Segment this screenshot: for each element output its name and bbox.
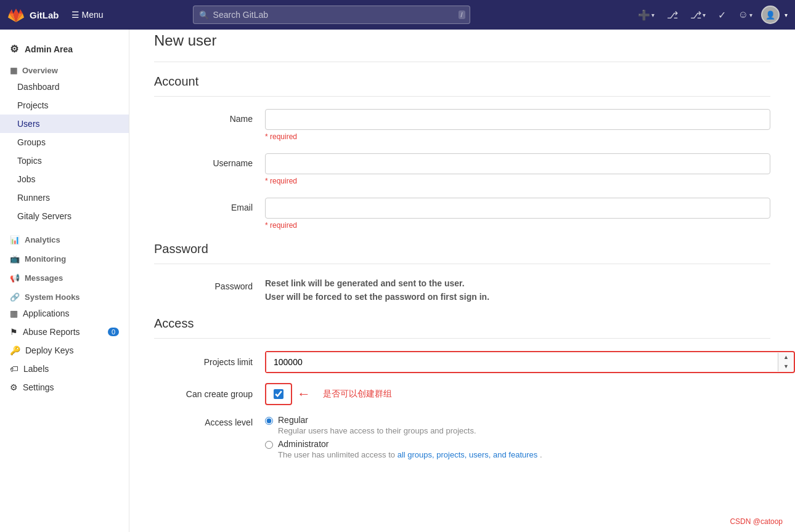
sidebar-item-topics[interactable]: Topics bbox=[0, 151, 129, 170]
monitoring-section-header: 📺 Monitoring bbox=[0, 249, 129, 266]
username-field-wrap: * required bbox=[265, 153, 770, 185]
account-divider bbox=[154, 96, 770, 97]
messages-section-header: 📢 Messages bbox=[0, 268, 129, 285]
username-required-hint: * required bbox=[265, 177, 770, 185]
can-create-group-label: Can create group bbox=[154, 389, 265, 399]
name-field-group: Name * required bbox=[154, 109, 770, 141]
account-section-title: Account bbox=[154, 75, 770, 89]
admin-area-icon: ⚙ bbox=[10, 43, 18, 55]
projects-limit-increment[interactable]: ▲ bbox=[778, 353, 794, 362]
overview-icon: ▦ bbox=[10, 66, 17, 75]
radio-admin-desc: The user has unlimited access to all gro… bbox=[278, 450, 542, 459]
password-field-group: Password Reset link will be generated an… bbox=[154, 276, 770, 304]
sidebar-item-projects[interactable]: Projects bbox=[0, 96, 129, 115]
issues-icon: ✓ bbox=[718, 9, 726, 21]
sidebar-item-abuse-reports[interactable]: ⚑ Abuse Reports 0 bbox=[0, 323, 129, 341]
hamburger-icon: ☰ bbox=[71, 10, 80, 20]
sidebar-item-runners[interactable]: Runners bbox=[0, 188, 129, 207]
access-divider bbox=[154, 338, 770, 339]
password-section-title: Password bbox=[154, 242, 770, 256]
projects-limit-input[interactable] bbox=[266, 352, 778, 372]
applications-icon: ▦ bbox=[10, 308, 18, 318]
gitlab-logo-link[interactable]: GitLab bbox=[7, 6, 59, 23]
system-hooks-icon: 🔗 bbox=[10, 292, 20, 302]
chevron-down-icon-4: ▾ bbox=[785, 12, 788, 18]
merge-requests-button[interactable]: ⎇ ▾ bbox=[687, 7, 709, 23]
projects-limit-decrement[interactable]: ▼ bbox=[778, 362, 794, 371]
sidebar-item-gitaly-servers[interactable]: Gitaly Servers bbox=[0, 207, 129, 225]
password-divider bbox=[154, 264, 770, 264]
plus-icon: ➕ bbox=[638, 9, 650, 21]
main-content: Admin Area › New User New user Account N… bbox=[129, 0, 795, 482]
chevron-down-icon-2: ▾ bbox=[703, 12, 706, 18]
overview-section-header: ▦ Overview bbox=[0, 61, 129, 78]
access-level-row: Access level Regular Regular users have … bbox=[154, 415, 770, 459]
can-create-group-row: Can create group ← 是否可以创建群组 bbox=[154, 383, 770, 405]
password-hint-wrap: Reset link will be generated and sent to… bbox=[265, 276, 770, 304]
radio-regular-input[interactable] bbox=[265, 417, 273, 425]
can-create-group-annotation: 是否可以创建群组 bbox=[323, 389, 392, 400]
sidebar-item-settings[interactable]: ⚙ Settings bbox=[0, 378, 129, 397]
avatar-icon: 👤 bbox=[765, 10, 775, 20]
sidebar: ⚙ Admin Area ▦ Overview Dashboard Projec… bbox=[0, 30, 129, 482]
email-field-wrap: * required bbox=[265, 198, 770, 230]
monitoring-icon: 📺 bbox=[10, 254, 20, 264]
page-title: New user bbox=[154, 32, 770, 49]
name-label: Name bbox=[154, 109, 265, 124]
email-input[interactable] bbox=[265, 198, 770, 219]
gitlab-wordmark: GitLab bbox=[30, 10, 59, 20]
username-input[interactable] bbox=[265, 153, 770, 174]
password-hint-line2: User will be forced to set the password … bbox=[265, 290, 770, 304]
name-field-wrap: * required bbox=[265, 109, 770, 141]
access-section-title: Access bbox=[154, 316, 770, 331]
navbar: GitLab ☰ Menu 🔍 / ➕ ▾ ⎇ ⎇ ▾ ✓ ☺ ▾ 👤 ▾ bbox=[0, 0, 795, 30]
email-field-group: Email * required bbox=[154, 198, 770, 230]
chevron-down-icon: ▾ bbox=[651, 12, 654, 18]
user-avatar-button[interactable]: 👤 bbox=[761, 6, 780, 24]
activity-button[interactable]: ☺ ▾ bbox=[735, 7, 756, 23]
username-field-group: Username * required bbox=[154, 153, 770, 185]
access-level-label: Access level bbox=[154, 415, 265, 427]
code-review-icon: ⎇ bbox=[667, 9, 678, 21]
username-label: Username bbox=[154, 153, 265, 168]
radio-admin-label: Administrator bbox=[278, 439, 542, 449]
settings-icon: ⚙ bbox=[10, 382, 18, 392]
radio-regular-desc: Regular users have access to their group… bbox=[278, 426, 476, 435]
name-input[interactable] bbox=[265, 109, 770, 130]
code-review-button[interactable]: ⎇ bbox=[663, 7, 682, 23]
radio-regular-label: Regular bbox=[278, 415, 476, 425]
radio-admin-input[interactable] bbox=[265, 441, 273, 449]
create-new-button[interactable]: ➕ ▾ bbox=[634, 7, 658, 23]
projects-limit-input-wrap: ▲ ▼ bbox=[265, 351, 795, 373]
name-required-hint: * required bbox=[265, 132, 770, 141]
sidebar-item-deploy-keys[interactable]: 🔑 Deploy Keys bbox=[0, 341, 129, 360]
password-hint-line1: Reset link will be generated and sent to… bbox=[265, 276, 770, 290]
admin-area-link[interactable]: ⚙ Admin Area bbox=[0, 37, 129, 61]
analytics-section-header: 📊 Analytics bbox=[0, 230, 129, 247]
chevron-down-icon-3: ▾ bbox=[749, 12, 752, 18]
system-hooks-section-header: 🔗 System Hooks bbox=[0, 288, 129, 304]
sidebar-item-users[interactable]: Users bbox=[0, 115, 129, 133]
search-slash-shortcut: / bbox=[459, 10, 465, 19]
can-create-group-checkbox[interactable] bbox=[274, 389, 283, 399]
projects-limit-label: Projects limit bbox=[154, 357, 265, 367]
search-input[interactable] bbox=[193, 6, 470, 24]
sidebar-item-groups[interactable]: Groups bbox=[0, 133, 129, 151]
sidebar-item-labels[interactable]: 🏷 Labels bbox=[0, 360, 129, 378]
sidebar-item-dashboard[interactable]: Dashboard bbox=[0, 78, 129, 96]
menu-button[interactable]: ☰ Menu bbox=[67, 7, 108, 22]
can-create-group-arrow: ← bbox=[297, 386, 311, 402]
sidebar-item-applications[interactable]: ▦ Applications bbox=[0, 304, 129, 323]
radio-admin-desc-link[interactable]: all groups, projects, users, and feature… bbox=[398, 450, 538, 459]
radio-admin-option: Administrator The user has unlimited acc… bbox=[265, 439, 542, 459]
sidebar-item-jobs[interactable]: Jobs bbox=[0, 170, 129, 188]
issues-button[interactable]: ✓ bbox=[714, 7, 730, 23]
activity-icon: ☺ bbox=[738, 9, 748, 20]
search-icon: 🔍 bbox=[199, 10, 209, 20]
email-required-hint: * required bbox=[265, 221, 770, 230]
access-level-radio-group: Regular Regular users have access to the… bbox=[265, 415, 542, 459]
labels-icon: 🏷 bbox=[10, 364, 18, 374]
search-bar: 🔍 / bbox=[193, 6, 470, 24]
email-label: Email bbox=[154, 198, 265, 212]
abuse-reports-badge: 0 bbox=[108, 328, 119, 336]
